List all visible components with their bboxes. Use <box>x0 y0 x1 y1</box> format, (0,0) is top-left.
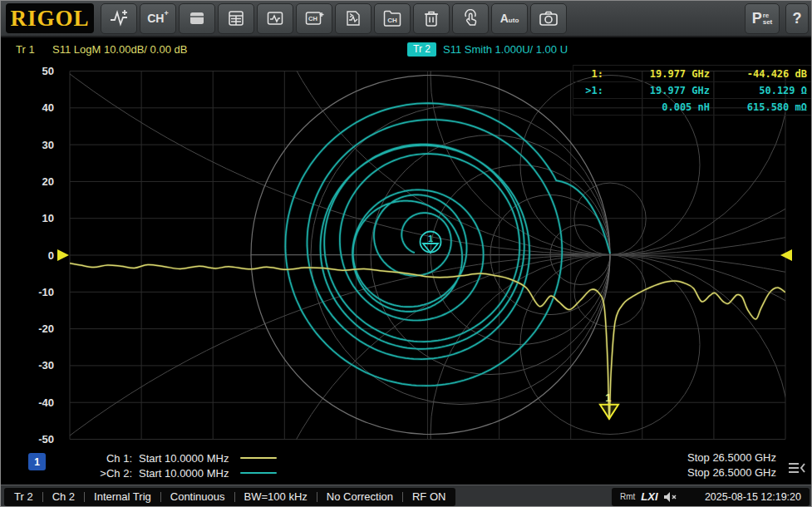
trace-window-button[interactable] <box>257 3 293 34</box>
channel-start-frequency: Start 10.0000 MHz <box>139 452 229 465</box>
display-layout-button[interactable] <box>179 3 215 34</box>
marker1-trace1[interactable]: 1 <box>600 391 618 419</box>
touch-icon <box>461 9 480 27</box>
delete-button[interactable] <box>413 3 450 34</box>
marker-value: 615.580 mΩ <box>710 101 812 113</box>
svg-text:1: 1 <box>605 391 611 404</box>
y-tick-label: 50 <box>42 65 54 77</box>
table-icon <box>227 9 245 27</box>
stop-frequencies: Stop 26.5000 GHzStop 26.5000 GHz <box>687 450 776 480</box>
status-item-no-correction[interactable]: No Correction <box>327 490 393 503</box>
y-tick-label: -40 <box>38 396 54 409</box>
marker-id: 1: <box>573 68 603 80</box>
status-item-tr-2[interactable]: Tr 2 <box>14 490 33 503</box>
toolbar-buttons: CH+CHCHAuto <box>101 3 569 34</box>
trace2-params[interactable]: S11 Smith 1.000U/ 1.00 U <box>443 43 568 56</box>
window-ch-icon: CH <box>304 9 324 27</box>
trace-color-swatch <box>240 472 277 474</box>
svg-text:CH: CH <box>308 15 317 22</box>
status-item-bw-100-khz[interactable]: BW=100 kHz <box>244 490 308 503</box>
trace2-badge[interactable]: Tr 2 <box>407 42 436 57</box>
channel-stop-frequency-2: Stop 26.5000 GHz <box>687 465 776 480</box>
svg-text:1: 1 <box>428 234 433 244</box>
y-tick-label: 30 <box>42 139 54 151</box>
folder-ch-icon: CH <box>382 9 402 27</box>
status-item-ch-2[interactable]: Ch 2 <box>52 490 75 503</box>
status-bar: Tr 2Ch 2Internal TrigContinuousBW=100 kH… <box>1 485 812 507</box>
marker-value: -44.426 dB <box>710 68 812 80</box>
preset-label: P <box>752 11 762 26</box>
marker-frequency: 0.005 nH <box>603 101 710 113</box>
ref-level-arrow-left[interactable] <box>57 249 69 261</box>
touch-button[interactable] <box>452 3 489 34</box>
preset-label-stack: reset <box>763 12 773 27</box>
marker-frequency: 19.977 GHz <box>603 68 710 80</box>
preset-button[interactable]: P reset <box>745 3 780 34</box>
doc-pulse-icon <box>344 9 362 27</box>
trace-info-row: Tr 1 S11 LogM 10.00dB/ 0.00 dB Tr 2 S11 … <box>1 43 812 58</box>
remote-indicator: Rmt <box>620 492 635 501</box>
add-channel-button[interactable]: CH+ <box>140 3 176 34</box>
status-divider <box>42 492 43 502</box>
trash-icon <box>423 9 440 27</box>
speaker-mute-icon[interactable] <box>663 491 677 503</box>
status-divider <box>84 492 85 502</box>
channel-label: >Ch 2: <box>89 467 132 480</box>
display-area: 50403020100-10-20-30-40-5011 Tr 1 S11 Lo… <box>1 37 812 485</box>
y-tick-label: -30 <box>38 359 54 372</box>
auto-scale-button[interactable]: Auto <box>491 3 528 34</box>
copy-channel-button[interactable]: CH <box>374 3 411 34</box>
y-tick-label: -20 <box>38 322 54 335</box>
y-tick-label: 10 <box>42 212 54 224</box>
svg-text:CH: CH <box>387 17 397 24</box>
legend-row-ch1: Ch 1:Start 10.0000 MHz <box>89 450 277 465</box>
marker-row-1: 1:19.977 GHz-44.426 dB <box>573 66 812 82</box>
status-item-rf-on[interactable]: RF ON <box>412 490 445 503</box>
status-item-continuous[interactable]: Continuous <box>170 490 225 503</box>
rigol-logo: RIGOL <box>6 3 94 33</box>
camera-icon <box>539 9 559 27</box>
trace1-label[interactable]: Tr 1 <box>16 43 35 56</box>
marker-frequency: 19.977 GHz <box>603 85 710 96</box>
help-label: ? <box>793 10 802 27</box>
toolbar-right: P reset ? <box>745 3 809 34</box>
add-trace-button[interactable] <box>101 3 137 34</box>
trace1-params[interactable]: S11 LogM 10.00dB/ 0.00 dB <box>52 43 187 56</box>
y-tick-label: 40 <box>42 101 54 114</box>
marker-id: >1: <box>573 85 603 96</box>
channel-legend: Ch 1:Start 10.0000 MHz>Ch 2:Start 10.000… <box>89 450 277 480</box>
window-icon <box>188 9 206 27</box>
y-tick-label: 0 <box>48 249 54 262</box>
y-axis-labels: 50403020100-10-20-30-40-50 <box>38 65 54 445</box>
channel-start-frequency: Start 10.0000 MHz <box>139 467 229 480</box>
help-button[interactable]: ? <box>785 3 809 34</box>
y-tick-label: -50 <box>38 433 54 445</box>
screenshot-button[interactable] <box>530 3 567 34</box>
y-tick-label: -10 <box>38 286 54 298</box>
status-items: Tr 2Ch 2Internal TrigContinuousBW=100 kH… <box>4 488 455 506</box>
status-item-internal-trig[interactable]: Internal Trig <box>94 490 151 503</box>
trace2-smith-spiral <box>285 103 610 386</box>
trace-color-swatch <box>240 457 277 459</box>
marker-row-3: 0.005 nH615.580 mΩ <box>573 99 812 116</box>
datetime: 2025-08-15 12:19:20 <box>705 491 801 503</box>
status-divider <box>402 492 403 502</box>
marker-row-2: >1:19.977 GHz50.129 Ω <box>573 82 812 99</box>
vna-screen: RIGOL CH+CHCHAuto P reset ? 50403020100-… <box>0 0 812 507</box>
channel-table-button[interactable] <box>218 3 254 34</box>
channel-label: Ch 1: <box>89 452 132 465</box>
channel-stop-frequency-1: Stop 26.5000 GHz <box>687 450 776 465</box>
channel1-badge[interactable]: 1 <box>28 453 46 470</box>
menu-collapse-icon[interactable] <box>785 459 807 477</box>
status-divider <box>317 492 317 502</box>
y-tick-label: 20 <box>42 175 54 188</box>
pulse-plus-icon <box>109 8 129 28</box>
legend-row-ch2: >Ch 2:Start 10.0000 MHz <box>89 465 277 480</box>
copy-trace-button[interactable] <box>335 3 372 34</box>
lxi-indicator: LXI <box>641 490 657 503</box>
channel-window-button[interactable]: CH <box>296 3 332 34</box>
toolbar: RIGOL CH+CHCHAuto P reset ? <box>1 1 812 37</box>
status-divider <box>160 492 161 502</box>
status-divider <box>234 492 235 502</box>
ref-level-arrow-right[interactable] <box>780 249 792 261</box>
